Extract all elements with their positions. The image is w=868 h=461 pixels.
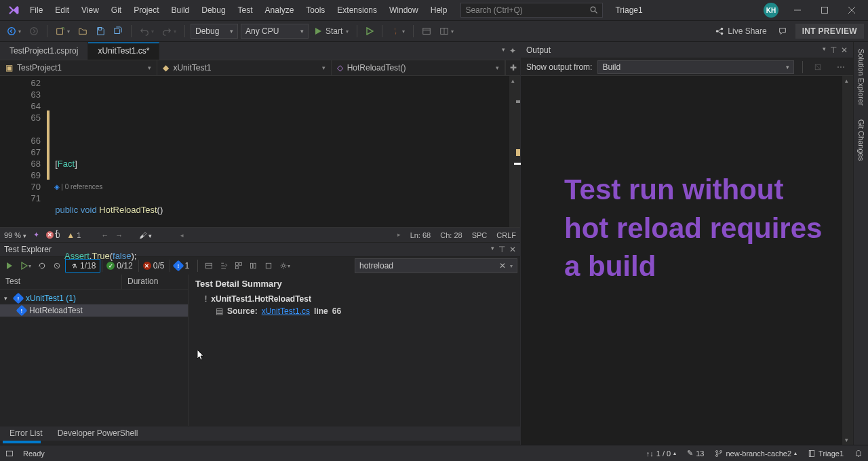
menu-tools[interactable]: Tools [300, 3, 330, 18]
svg-rect-34 [809, 450, 814, 456]
output-title: Output [526, 45, 551, 55]
output-body[interactable]: Test run without hot reload requires a b… [521, 76, 853, 445]
status-branch[interactable]: new-branch-cache2▴ [715, 449, 797, 458]
test-item-label: HotReloadTest [29, 306, 83, 315]
nav-project-dropdown[interactable]: ▣ TestProject1 ▾ [0, 60, 157, 75]
save-button[interactable] [93, 25, 108, 37]
svg-rect-30 [7, 451, 13, 456]
user-avatar[interactable]: KH [764, 3, 778, 18]
status-repo[interactable]: Triage1 [808, 449, 844, 458]
svg-point-0 [591, 7, 596, 12]
panel-dropdown-icon[interactable]: ▾ [823, 45, 826, 55]
int-preview-badge: INT PREVIEW [795, 24, 864, 39]
open-file-button[interactable] [75, 25, 90, 37]
panel-pin-icon[interactable]: ⊤ [830, 45, 837, 55]
browser-link-button[interactable] [419, 25, 434, 37]
source-line-label: line [314, 306, 328, 316]
output-wrap-button[interactable]: ⋯ [834, 61, 848, 73]
hot-reload-button[interactable]: ▾ [388, 25, 408, 37]
codelens-refs[interactable]: 0 references [65, 183, 103, 191]
undo-button[interactable]: ▾ [137, 25, 157, 37]
nav-method-dropdown[interactable]: ◇ HotReloadTest() ▾ [332, 60, 505, 75]
search-placeholder: Search (Ctrl+Q) [465, 5, 590, 15]
codelens-test-icon[interactable]: ◈ [54, 183, 60, 191]
nav-fwd-button[interactable] [26, 25, 41, 37]
feedback-button[interactable] [775, 25, 790, 37]
show-output-label: Show output from: [526, 62, 592, 72]
rail-solution-explorer[interactable]: Solution Explorer [857, 46, 865, 108]
menu-test[interactable]: Test [233, 3, 258, 18]
search-dropdown-icon[interactable]: ▾ [510, 263, 513, 269]
new-project-button[interactable]: ▾ [53, 25, 73, 37]
editor-scrollbar[interactable]: ▴ [509, 76, 520, 227]
menu-project[interactable]: Project [128, 3, 164, 18]
menu-view[interactable]: View [76, 3, 104, 18]
panel-close-icon[interactable]: ✕ [509, 245, 516, 254]
run-all-button[interactable] [3, 260, 16, 271]
nav-back-button[interactable]: ▾ [4, 25, 24, 37]
nav-class-dropdown[interactable]: ◆ xUnitTest1 ▾ [157, 60, 331, 75]
code-area[interactable]: [Fact] ◈ | 0 references public void HotR… [50, 76, 509, 227]
status-changes[interactable]: ✎13 [687, 449, 704, 458]
line-gutter: 62636465 666768697071 [0, 76, 46, 227]
maximize-button[interactable] [811, 1, 838, 20]
tab-error-list[interactable]: Error List [3, 427, 50, 441]
menu-window[interactable]: Window [384, 3, 424, 18]
redo-button[interactable]: ▾ [159, 25, 179, 37]
svg-line-1 [595, 12, 597, 14]
test-tree[interactable]: ▾ ! xUnitTest1 (1) ! HotReloadTest [0, 289, 188, 426]
output-scrollbar[interactable]: ▴ ▾ [842, 76, 853, 445]
platform-dropdown[interactable]: Any CPU▾ [241, 24, 309, 39]
test-tree-group[interactable]: ▾ ! xUnitTest1 (1) [0, 292, 188, 304]
notrun-icon: ! [13, 293, 24, 304]
live-share-label: Live Share [728, 26, 766, 36]
source-file-link[interactable]: xUnitTest1.cs [262, 306, 310, 316]
save-all-button[interactable] [111, 25, 125, 37]
tab-dev-powershell[interactable]: Developer PowerShell [51, 427, 145, 441]
layout-button[interactable]: ▾ [437, 25, 456, 37]
menu-help[interactable]: Help [425, 3, 453, 18]
nav-method-label: HotReloadTest() [347, 63, 406, 73]
bell-icon [854, 449, 863, 458]
code-editor[interactable]: 62636465 666768697071 [Fact] ◈ | 0 refer… [0, 76, 520, 227]
menu-analyze[interactable]: Analyze [260, 3, 300, 18]
config-dropdown[interactable]: Debug▾ [191, 24, 238, 39]
menu-file[interactable]: File [24, 3, 48, 18]
repeat-button[interactable] [35, 260, 49, 271]
nav-split-button[interactable]: ✚ [505, 60, 520, 75]
menu-debug[interactable]: Debug [196, 3, 231, 18]
doc-tab-csproj[interactable]: TestProject1.csproj [0, 42, 88, 60]
menu-build[interactable]: Build [166, 3, 195, 18]
test-detail-panel: Test Detail Summary ! xUnitTest1.HotRelo… [189, 275, 520, 426]
rail-git-changes[interactable]: Git Changes [857, 117, 865, 163]
quick-search[interactable]: Search (Ctrl+Q) [460, 3, 603, 18]
close-button[interactable] [838, 1, 865, 20]
svg-point-14 [716, 30, 719, 33]
doc-tab-xunit[interactable]: xUnitTest1.cs* [88, 42, 159, 60]
pencil-icon: ✎ [687, 449, 693, 458]
output-source-dropdown[interactable]: Build ▾ [597, 60, 794, 74]
panel-close-icon[interactable]: ✕ [841, 45, 848, 55]
header-test[interactable]: Test [0, 275, 122, 289]
live-share-button[interactable]: Live Share [712, 25, 769, 37]
zoom-level[interactable]: 99 % ▾ [4, 231, 26, 239]
tab-overflow-icon[interactable]: ▾ [502, 46, 505, 56]
health-icon[interactable]: ✦ [33, 230, 39, 239]
status-notifications[interactable] [854, 449, 863, 458]
header-duration[interactable]: Duration [122, 275, 163, 289]
start-button[interactable]: Start ▾ [311, 25, 351, 37]
menu-extensions[interactable]: Extensions [332, 3, 382, 18]
start-noattach-button[interactable] [363, 26, 376, 37]
run-button[interactable]: ▾ [18, 260, 34, 271]
output-toolbar: Show output from: Build ▾ ⋯ [521, 58, 853, 76]
minimize-button[interactable] [784, 1, 811, 20]
notrun-icon: ! [205, 294, 207, 304]
main-toolbar: ▾ ▾ ▾ ▾ Debug▾ Any CPU▾ Start ▾ ▾ ▾ Live… [0, 20, 868, 42]
test-tree-item[interactable]: ! HotReloadTest [0, 304, 188, 317]
tab-settings-icon[interactable]: ✦ [509, 46, 516, 56]
output-clear-button[interactable] [811, 62, 825, 73]
vs-logo-icon [7, 3, 20, 17]
menu-git[interactable]: Git [106, 3, 127, 18]
menu-edit[interactable]: Edit [50, 3, 75, 18]
status-nav[interactable]: ↑↓1 / 0▴ [646, 449, 676, 458]
